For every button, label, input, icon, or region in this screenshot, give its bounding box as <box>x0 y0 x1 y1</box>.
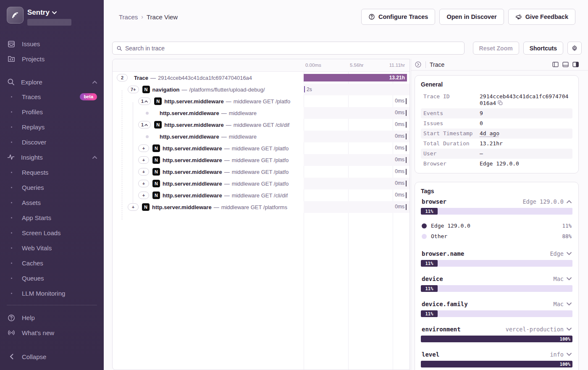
span-expand-badge[interactable]: + <box>138 168 149 176</box>
reset-zoom-button[interactable]: Reset Zoom <box>473 42 519 55</box>
span-duration-label: 2s <box>307 87 312 92</box>
tag-value-toggle[interactable]: Mac <box>554 276 572 282</box>
span-row[interactable]: 1 N http.server.middleware — middleware … <box>113 119 410 131</box>
span-description: middleware GET /platfo <box>234 98 291 105</box>
span-tree-cell: + N http.server.middleware — middleware … <box>113 154 304 166</box>
sidebar-item-screen-loads[interactable]: Screen Loads <box>0 225 104 240</box>
trace-duration-bar[interactable]: 13.21h <box>304 74 407 81</box>
sidebar-item-projects[interactable]: Projects <box>0 51 104 66</box>
dock-right-icon[interactable] <box>572 62 579 67</box>
sidebar-item-caches[interactable]: Caches <box>0 255 104 270</box>
sidebar-item-replays[interactable]: Replays <box>0 120 104 135</box>
span-timeline-cell[interactable]: 13.21h <box>304 72 410 84</box>
sidebar-group-explore[interactable]: Explore <box>0 74 104 89</box>
timeline-tick-label: 5.56hr <box>350 63 364 68</box>
tag-header[interactable]: device.family Mac <box>421 301 572 307</box>
tag-header[interactable]: browser.name Edge <box>421 250 572 257</box>
span-timeline-cell[interactable]: 0ms <box>304 107 410 119</box>
configure-traces-button[interactable]: Configure Traces <box>361 9 435 25</box>
sidebar-item-help[interactable]: Help <box>0 310 104 325</box>
gear-icon <box>571 45 578 52</box>
sidebar-item-assets[interactable]: Assets <box>0 195 104 210</box>
tag-header[interactable]: environment vercel-production <box>421 326 572 333</box>
sidebar-item-discover[interactable]: Discover <box>0 135 104 150</box>
org-switcher[interactable]: Sentry <box>0 7 104 26</box>
shortcuts-button[interactable]: Shortcuts <box>523 42 563 55</box>
sidebar-item-requests[interactable]: Requests <box>0 165 104 180</box>
span-row[interactable]: + N http.server.middleware — middleware … <box>113 142 410 154</box>
tag-value-toggle[interactable]: vercel-production <box>506 326 572 333</box>
help-circle-icon <box>7 314 16 322</box>
general-value: 0 <box>480 120 483 127</box>
span-expand-badge[interactable]: + <box>138 192 149 199</box>
span-timeline-cell[interactable]: 0ms <box>304 154 410 166</box>
chevron-right-circle-icon[interactable] <box>415 61 422 68</box>
tag-header[interactable]: device Mac <box>421 276 572 282</box>
dock-bottom-icon[interactable] <box>562 62 569 67</box>
span-expand-badge[interactable]: 1 <box>138 121 151 129</box>
span-row[interactable]: + N http.server.middleware — middleware … <box>113 178 410 189</box>
tag-header[interactable]: level info <box>421 351 572 358</box>
legend-dot-icon <box>422 223 427 228</box>
copy-icon[interactable] <box>498 100 503 105</box>
sidebar-item-app-starts[interactable]: App Starts <box>0 210 104 225</box>
trace-settings-button[interactable] <box>567 42 582 55</box>
tag-value-toggle[interactable]: info <box>550 351 572 358</box>
general-key: Events <box>423 110 480 117</box>
sidebar-item-queues[interactable]: Queues <box>0 270 104 286</box>
span-tree-cell: 1 N http.server.middleware — middleware … <box>113 95 304 107</box>
span-expand-badge[interactable]: + <box>128 203 139 211</box>
timeline-header[interactable]: 0.00ms 5.56hr 11.11hr <box>113 59 410 72</box>
chevron-up-icon <box>92 156 97 159</box>
open-in-discover-button[interactable]: Open in Discover <box>439 9 504 25</box>
span-row[interactable]: + N http.server.middleware — middleware … <box>113 154 410 166</box>
span-row[interactable]: 2 Trace — 2914cceb443c41dca1fc6974704016… <box>113 72 410 84</box>
sidebar-item-llm-monitoring[interactable]: LLM Monitoring <box>0 286 104 301</box>
sidebar-item-queries[interactable]: Queries <box>0 180 104 195</box>
tag-value-toggle[interactable]: Mac <box>554 301 572 307</box>
tag-item: device Mac 11% <box>421 276 572 292</box>
span-timeline-cell[interactable]: 0ms <box>304 95 410 107</box>
breadcrumb-traces[interactable]: Traces <box>119 13 138 21</box>
span-op: navigation <box>152 87 180 93</box>
span-expand-badge[interactable]: 1 <box>138 97 151 105</box>
span-row[interactable]: + N http.server.middleware — middleware … <box>113 189 410 201</box>
span-expand-badge[interactable]: + <box>138 144 149 152</box>
tag-value-toggle[interactable]: Edge 129.0.0 <box>522 198 572 205</box>
details-scroll-area[interactable]: General Trace ID 2914cceb443c41dca1fc697… <box>411 71 588 370</box>
span-expand-badge[interactable]: 2 <box>117 74 128 81</box>
sidebar-item-whats-new[interactable]: What's new <box>0 325 104 340</box>
span-separator: — <box>182 87 187 93</box>
span-timeline-cell[interactable]: 0ms <box>304 142 410 154</box>
span-row[interactable]: + N http.server.middleware — middleware … <box>113 201 410 213</box>
span-rows: 2 Trace — 2914cceb443c41dca1fc6974704016… <box>113 72 410 213</box>
sidebar-item-issues[interactable]: Issues <box>0 37 104 51</box>
span-timeline-cell[interactable]: 0ms <box>304 131 410 142</box>
give-feedback-button[interactable]: Give Feedback <box>508 9 575 25</box>
span-row[interactable]: + N http.server.middleware — middleware … <box>113 166 410 178</box>
span-timeline-cell[interactable]: 2s <box>304 84 410 95</box>
chevron-up-icon <box>567 200 572 203</box>
span-expand-badge[interactable]: 7+ <box>128 86 139 93</box>
span-expand-badge[interactable]: + <box>138 156 149 164</box>
span-row[interactable]: http.server.middleware — middleware 0ms <box>113 131 410 142</box>
span-timeline-cell[interactable]: 0ms <box>304 189 410 201</box>
span-row[interactable]: http.server.middleware — middleware 0ms <box>113 107 410 119</box>
sidebar-group-insights[interactable]: Insights <box>0 150 104 165</box>
sentry-logo-icon <box>10 10 21 21</box>
span-timeline-cell[interactable]: 0ms <box>304 119 410 131</box>
span-timeline-cell[interactable]: 0ms <box>304 178 410 189</box>
tag-value-toggle[interactable]: Edge <box>550 250 572 257</box>
tag-header[interactable]: browser Edge 129.0.0 <box>421 198 572 205</box>
sidebar-item-profiles[interactable]: Profiles <box>0 105 104 120</box>
span-expand-badge[interactable]: + <box>138 180 149 187</box>
span-row[interactable]: 7+ N navigation — /platforms/flutter/upl… <box>113 84 410 95</box>
span-row[interactable]: 1 N http.server.middleware — middleware … <box>113 95 410 107</box>
sidebar-item-web-vitals[interactable]: Web Vitals <box>0 240 104 255</box>
span-timeline-cell[interactable]: 0ms <box>304 166 410 178</box>
search-input[interactable] <box>125 45 460 52</box>
sidebar-collapse-button[interactable]: Collapse <box>0 349 104 364</box>
span-timeline-cell[interactable]: 0ms <box>304 201 410 213</box>
sidebar-item-traces[interactable]: Traces beta <box>0 89 104 105</box>
dock-left-icon[interactable] <box>552 62 559 67</box>
